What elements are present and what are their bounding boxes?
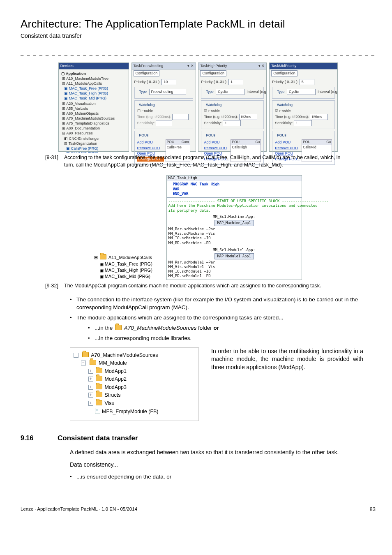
- tree-toggle[interactable]: +: [88, 385, 93, 390]
- tree-toggle[interactable]: −: [81, 361, 86, 365]
- tree-item: MAC_Task_Free (PRG): [105, 261, 152, 266]
- tree-item: ModApp3: [104, 384, 127, 390]
- tree-item: A75_TemplateDiagnostics: [66, 121, 109, 125]
- sig: MM_PD.scMachine —: [168, 241, 206, 245]
- sig: IO: [206, 236, 211, 240]
- tree-item: A60_MotionObjects: [66, 111, 99, 116]
- side-paragraph: In order to be able to use the multitask…: [211, 347, 363, 372]
- pous-legend: POUs: [205, 133, 217, 138]
- code-comment: its periphery data.: [168, 208, 300, 213]
- tree-toggle[interactable]: +: [88, 393, 93, 398]
- sensitivity-value[interactable]: 1: [223, 120, 241, 126]
- sensitivity-label: Sensitivity:: [275, 121, 293, 125]
- separator-dashes: _ _ _ _ _ _ _ _ _ _ _ _ _ _ _ _ _ _ _ _ …: [21, 49, 376, 57]
- remove-pou-link[interactable]: Remove POU: [275, 146, 300, 151]
- add-pou-link[interactable]: Add POU: [204, 140, 229, 145]
- priority-value[interactable]: 5: [300, 79, 314, 85]
- folder-icon: [96, 384, 102, 389]
- app-root: Application: [66, 72, 86, 76]
- code-line: VAR: [173, 187, 179, 191]
- folder-icon: [100, 254, 106, 259]
- tree-item: Structs: [104, 392, 120, 398]
- time-label: Time (e.g. t#200ms):: [275, 115, 309, 119]
- tree-item: CallsFree (PRG): [71, 146, 99, 150]
- tree-item: A11_ModuleAppCalls: [66, 81, 102, 86]
- figure-caption: The ModulAppCall program contains machin…: [64, 282, 351, 290]
- priority-value[interactable]: 1: [228, 79, 243, 85]
- tree-item: MAC_Task_Free (PRG): [69, 86, 108, 90]
- sig: MM_IO.scModule1 —: [168, 269, 206, 273]
- code-tab: MAC_Task_High: [167, 176, 302, 181]
- sig: MM_Vis.scModule1 —: [168, 265, 209, 269]
- tab-freewheeling[interactable]: TaskFreewheeling: [134, 64, 164, 68]
- tree-item: TaskOrganization: [69, 141, 97, 146]
- add-pou-link[interactable]: Add POU: [275, 140, 300, 145]
- folder-tree: − A70_MachineModuleSources − MM_Module +…: [70, 347, 199, 421]
- tree-item: A90_Resources: [66, 131, 92, 135]
- pou-col: POU: [232, 140, 239, 144]
- folder-icon: [82, 352, 89, 357]
- folder-icon: [96, 392, 102, 397]
- priority-value[interactable]: 10: [161, 79, 176, 85]
- tree-root: A70_MachineModuleSources: [91, 352, 158, 358]
- tree-item: CNC-Einstellungen: [69, 136, 101, 141]
- tab-highpriority[interactable]: TaskHighPriority: [200, 64, 227, 68]
- remove-pou-link[interactable]: Remove POU: [137, 146, 164, 151]
- tab-configuration[interactable]: Configuration: [134, 70, 160, 76]
- enable-label[interactable]: Enable: [208, 109, 220, 113]
- tab-configuration[interactable]: Configuration: [200, 70, 226, 76]
- chapter-title: Architecture: The ApplicationTemplate Pa…: [21, 16, 376, 31]
- co-col: Co: [256, 140, 260, 145]
- code-comment: Add here the Maschine Modules-Applicatio…: [168, 204, 300, 208]
- sig: MM_Par.scMachine —: [168, 227, 209, 231]
- pous-legend: POUs: [138, 133, 150, 138]
- watchdog-legend: Watchdog: [205, 103, 223, 108]
- tree-toggle[interactable]: −: [74, 353, 78, 358]
- enable-label[interactable]: Enable: [279, 109, 291, 113]
- sensitivity-label: Sensitivity:: [137, 121, 155, 125]
- type-select[interactable]: Cyclic: [287, 89, 316, 95]
- tree-item: Visu: [104, 400, 114, 406]
- footer-left: Lenze · ApplicationTemplate PackML · 1.0…: [21, 506, 137, 513]
- sig: Vis: [208, 231, 215, 236]
- tree-item: MAC_Task_High (PRG): [69, 91, 108, 95]
- tree-file: MFB_EmptyModule (FB): [102, 409, 159, 414]
- interval-label: Interval (e.g: [247, 90, 266, 94]
- figure-number: [9-31]: [45, 154, 64, 162]
- sig: MM_Par.scModule1 —: [168, 260, 209, 264]
- figure-number: [9-32]: [45, 282, 64, 290]
- type-select[interactable]: Cyclic: [216, 89, 244, 95]
- tree-toggle[interactable]: +: [88, 377, 93, 382]
- tab-midpriority[interactable]: TaskMidPriority: [271, 64, 296, 68]
- tree-item: CallsHigh (PRG): [71, 151, 99, 153]
- remove-pou-link[interactable]: Remove POU: [204, 146, 229, 151]
- time-value[interactable]: t#6ms: [310, 114, 328, 120]
- tree-item: ModApp2: [104, 376, 127, 382]
- sensitivity-value[interactable]: 1: [294, 120, 312, 126]
- fb-name: MAP_Machine_App1: [214, 220, 254, 226]
- add-pou-link[interactable]: Add POU: [137, 140, 164, 145]
- sig: Vis: [208, 265, 215, 269]
- tab-configuration[interactable]: Configuration: [271, 70, 297, 76]
- tree-item: MAC_Task_High (PRG): [105, 268, 152, 273]
- tree-toggle[interactable]: +: [88, 401, 93, 406]
- code-line: END_VAR: [173, 192, 188, 196]
- type-select[interactable]: Freewheeling: [149, 89, 186, 95]
- bullet-item: ...is ensured depending on the data, or: [70, 473, 363, 481]
- pou-cell: CallsHigh: [231, 145, 261, 150]
- priority-label: Priority ( 0..31 ):: [201, 80, 227, 84]
- priority-label: Priority ( 0..31 ):: [272, 80, 298, 84]
- bullet-text: The module applications which are assign…: [76, 314, 284, 321]
- time-value[interactable]: t#2ms: [239, 114, 257, 120]
- type-legend: Type: [138, 90, 148, 95]
- figure-9-32: ⊟ A11_ModuleAppCalls ▣ MAC_Task_Free (PR…: [21, 175, 376, 280]
- bullet-subitem: ...in the corresponding module libraries…: [88, 335, 363, 342]
- fb-head: MM_Sc1.Module1.App:: [213, 248, 255, 252]
- folder-icon: [96, 368, 102, 373]
- enable-label[interactable]: Enable: [141, 109, 153, 113]
- tree-item: ModApp1: [104, 368, 127, 374]
- tree-toggle[interactable]: +: [88, 369, 93, 374]
- text-fragment: ...in the: [95, 325, 114, 331]
- sig: IO: [206, 269, 211, 273]
- pou-col: POU: [167, 140, 174, 144]
